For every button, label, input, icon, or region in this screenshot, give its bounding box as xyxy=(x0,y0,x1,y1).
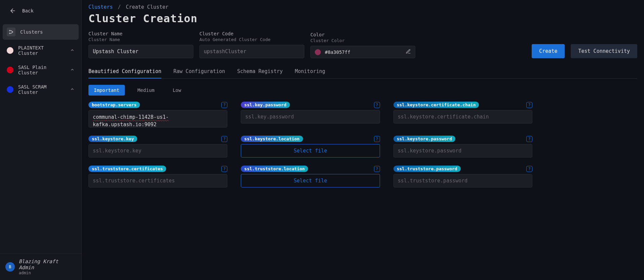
breadcrumb-separator: / xyxy=(118,4,121,10)
config-input-ssl.key.password[interactable] xyxy=(241,110,380,124)
tab-schema-registry[interactable]: Schema Registry xyxy=(237,65,282,78)
config-cell-ssl.keystore.password: ssl.keystore.password? xyxy=(393,136,532,158)
config-input-bootstrap.servers[interactable] xyxy=(88,110,227,128)
breadcrumb-current: Create Cluster xyxy=(126,4,168,10)
help-icon[interactable]: ? xyxy=(374,166,380,172)
field-desc: Cluster Color xyxy=(310,38,415,43)
color-input[interactable]: #8a3057ff xyxy=(310,46,415,58)
cluster-color-dot xyxy=(7,86,13,93)
pencil-icon[interactable] xyxy=(406,49,411,55)
field-label: Cluster Code xyxy=(199,31,304,36)
config-head: ssl.truststore.certificates? xyxy=(88,166,227,172)
config-head: ssl.keystore.location? xyxy=(241,136,380,142)
cluster-code-input[interactable] xyxy=(199,45,304,58)
config-cell-ssl.truststore.password: ssl.truststore.password? xyxy=(393,166,532,187)
cluster-color-dot xyxy=(7,47,13,54)
sidebar-nav: Clusters PLAINTEXT Cluster SASL Plain Cl… xyxy=(0,24,81,100)
tab-monitoring[interactable]: Monitoring xyxy=(295,65,325,78)
config-cell-ssl.truststore.location: ssl.truststore.location?Select file xyxy=(241,166,380,187)
help-icon[interactable]: ? xyxy=(221,136,227,142)
config-input-ssl.keystore.password[interactable] xyxy=(393,144,532,158)
config-key-pill: ssl.keystore.certificate.chain xyxy=(393,102,479,108)
importance-medium[interactable]: Medium xyxy=(132,85,160,96)
page-title: Cluster Creation xyxy=(88,12,637,25)
create-button[interactable]: Create xyxy=(532,44,565,58)
field-desc: Auto Generated Cluster Code xyxy=(199,37,304,42)
chevron-up-icon xyxy=(70,87,75,93)
importance-filter: Important Medium Low xyxy=(88,85,637,96)
avatar-initial: B xyxy=(9,265,11,269)
config-cell-ssl.keystore.key: ssl.keystore.key? xyxy=(88,136,227,158)
main-content: Clusters / Create Cluster Cluster Creati… xyxy=(82,0,644,280)
arrow-left-icon xyxy=(8,6,17,15)
field-color: Color Cluster Color #8a3057ff xyxy=(310,32,415,58)
clusters-icon xyxy=(7,28,15,36)
config-head: ssl.key.password? xyxy=(241,102,380,108)
config-cell-bootstrap.servers: bootstrap.servers? xyxy=(88,102,227,128)
sidebar-item-label: SASL Plain Cluster xyxy=(18,65,65,75)
config-cell-ssl.keystore.certificate.chain: ssl.keystore.certificate.chain? xyxy=(393,102,532,128)
help-icon[interactable]: ? xyxy=(526,136,532,142)
config-head: bootstrap.servers? xyxy=(88,102,227,108)
config-cell-ssl.truststore.certificates: ssl.truststore.certificates? xyxy=(88,166,227,187)
help-icon[interactable]: ? xyxy=(221,102,227,108)
config-key-pill: ssl.keystore.key xyxy=(88,136,137,142)
cluster-name-input[interactable] xyxy=(88,45,193,58)
sidebar-cluster-0[interactable]: PLAINTEXT Cluster xyxy=(3,42,79,59)
chevron-up-icon xyxy=(70,48,75,54)
sidebar-cluster-1[interactable]: SASL Plain Cluster xyxy=(3,61,79,79)
select-file-button[interactable]: Select file xyxy=(241,174,380,187)
field-label: Color xyxy=(310,32,415,37)
tab-beautified[interactable]: Beautified Configuration xyxy=(88,65,161,78)
top-row: Cluster Name Cluster Name Cluster Code A… xyxy=(88,31,637,58)
importance-low[interactable]: Low xyxy=(167,85,186,96)
sidebar-cluster-2[interactable]: SASL SCRAM Cluster xyxy=(3,81,79,98)
avatar[interactable]: B xyxy=(5,262,15,272)
select-file-button[interactable]: Select file xyxy=(241,144,380,158)
config-input-ssl.keystore.key[interactable] xyxy=(88,144,227,158)
test-connectivity-button[interactable]: Test Connectivity xyxy=(571,44,637,58)
color-hex: #8a3057ff xyxy=(325,49,402,55)
config-key-pill: ssl.key.password xyxy=(241,102,290,108)
user-sub: admin xyxy=(19,271,76,275)
color-swatch xyxy=(315,49,321,55)
help-icon[interactable]: ? xyxy=(374,136,380,142)
sidebar-footer: B Blazing Kraft Admin admin xyxy=(0,253,81,280)
help-icon[interactable]: ? xyxy=(374,102,380,108)
importance-important[interactable]: Important xyxy=(88,85,125,96)
breadcrumb-root[interactable]: Clusters xyxy=(88,4,113,10)
config-head: ssl.truststore.location? xyxy=(241,166,380,172)
config-tabs: Beautified Configuration Raw Configurati… xyxy=(88,65,637,79)
field-desc: Cluster Name xyxy=(88,37,193,42)
chevron-up-icon xyxy=(70,67,75,73)
sidebar-item-clusters[interactable]: Clusters xyxy=(3,24,79,40)
config-input-ssl.truststore.certificates[interactable] xyxy=(88,174,227,187)
field-cluster-code: Cluster Code Auto Generated Cluster Code xyxy=(199,31,304,58)
breadcrumb: Clusters / Create Cluster xyxy=(88,4,637,10)
config-input-ssl.keystore.certificate.chain[interactable] xyxy=(393,110,532,124)
config-key-pill: bootstrap.servers xyxy=(88,102,140,108)
sidebar-item-label: PLAINTEXT Cluster xyxy=(18,45,65,56)
back-button[interactable]: Back xyxy=(3,3,79,19)
config-cell-ssl.keystore.location: ssl.keystore.location?Select file xyxy=(241,136,380,158)
help-icon[interactable]: ? xyxy=(221,166,227,172)
field-cluster-name: Cluster Name Cluster Name xyxy=(88,31,193,58)
config-input-ssl.truststore.password[interactable] xyxy=(393,174,532,187)
back-label: Back xyxy=(22,8,34,13)
sidebar: Back Clusters PLAINTEXT Cluster SASL Pla… xyxy=(0,0,82,280)
config-key-pill: ssl.truststore.location xyxy=(241,166,308,172)
config-key-pill: ssl.truststore.password xyxy=(393,166,461,172)
config-key-pill: ssl.keystore.password xyxy=(393,136,455,142)
config-key-pill: ssl.keystore.location xyxy=(241,136,303,142)
cluster-color-dot xyxy=(7,67,13,73)
sidebar-item-label: SASL SCRAM Cluster xyxy=(18,84,65,95)
help-icon[interactable]: ? xyxy=(526,102,532,108)
config-head: ssl.keystore.key? xyxy=(88,136,227,142)
config-cell-ssl.key.password: ssl.key.password? xyxy=(241,102,380,128)
tab-raw[interactable]: Raw Configuration xyxy=(174,65,225,78)
help-icon[interactable]: ? xyxy=(526,166,532,172)
sidebar-item-label: Clusters xyxy=(20,29,43,35)
field-label: Cluster Name xyxy=(88,31,193,36)
config-head: ssl.truststore.password? xyxy=(393,166,532,172)
config-grid: bootstrap.servers?ssl.key.password?ssl.k… xyxy=(88,102,532,187)
